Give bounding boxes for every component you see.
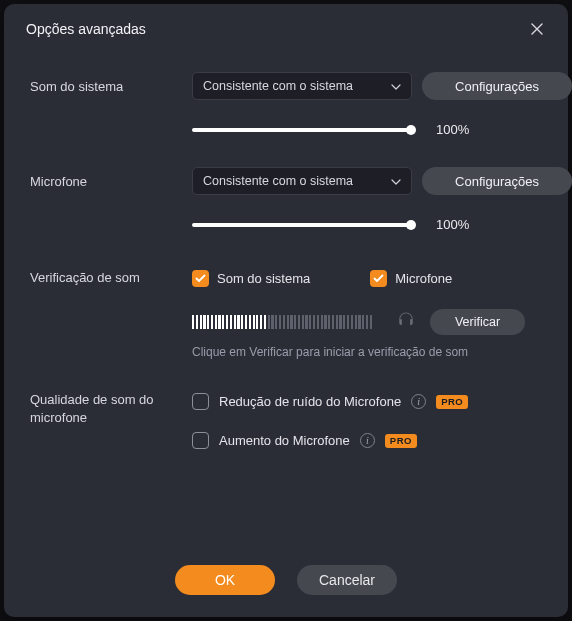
mic-quality-options: Redução de ruído do Microfone i PRO Aume… (192, 391, 542, 449)
close-icon[interactable] (526, 18, 548, 40)
mic-boost-checkbox[interactable] (192, 432, 209, 449)
mic-checkbox[interactable] (370, 270, 387, 287)
sound-check-row: Verificação de som Som do sistema Microf… (30, 270, 542, 287)
sound-check-hint-row: Clique em Verificar para iniciar a verif… (30, 345, 542, 359)
titlebar: Opções avançadas (4, 4, 568, 48)
sound-check-hint: Clique em Verificar para iniciar a verif… (192, 345, 542, 359)
system-sound-select[interactable]: Consistente com o sistema (192, 72, 412, 100)
noise-reduction-checkbox[interactable] (192, 393, 209, 410)
headphone-icon (396, 310, 416, 334)
microphone-select-value: Consistente com o sistema (203, 174, 353, 188)
system-sound-select-value: Consistente com o sistema (203, 79, 353, 93)
microphone-row: Microfone Consistente com o sistema Conf… (30, 167, 542, 195)
microphone-slider-row: 100% (30, 217, 542, 232)
dialog-content: Som do sistema Consistente com o sistema… (4, 48, 568, 557)
system-sound-checkbox-label: Som do sistema (217, 271, 310, 286)
system-sound-slider[interactable] (192, 128, 412, 132)
microphone-slider[interactable] (192, 223, 412, 227)
noise-reduction-label: Redução de ruído do Microfone (219, 394, 401, 409)
system-sound-slider-row: 100% (30, 122, 542, 137)
info-icon[interactable]: i (360, 433, 375, 448)
noise-reduction-option: Redução de ruído do Microfone i PRO (192, 393, 542, 410)
sound-meter-area: Verificar (192, 309, 542, 335)
info-icon[interactable]: i (411, 394, 426, 409)
system-sound-settings-button[interactable]: Configurações (422, 72, 572, 100)
chevron-down-icon (391, 174, 401, 188)
mic-checkbox-wrap: Microfone (370, 270, 452, 287)
mic-quality-row: Qualidade de som do microfone Redução de… (30, 391, 542, 449)
system-sound-checkbox-wrap: Som do sistema (192, 270, 310, 287)
system-sound-label: Som do sistema (30, 79, 182, 94)
microphone-slider-value: 100% (422, 217, 572, 232)
pro-badge: PRO (436, 395, 468, 409)
verify-button[interactable]: Verificar (430, 309, 525, 335)
mic-checkbox-label: Microfone (395, 271, 452, 286)
slider-knob[interactable] (406, 125, 416, 135)
advanced-options-dialog: Opções avançadas Som do sistema Consiste… (4, 4, 568, 617)
system-sound-row: Som do sistema Consistente com o sistema… (30, 72, 542, 100)
mic-boost-label: Aumento do Microfone (219, 433, 350, 448)
microphone-settings-button[interactable]: Configurações (422, 167, 572, 195)
mic-boost-option: Aumento do Microfone i PRO (192, 432, 542, 449)
slider-knob[interactable] (406, 220, 416, 230)
system-sound-checkbox[interactable] (192, 270, 209, 287)
sound-meter-row: Verificar (30, 309, 542, 335)
sound-level-meter (192, 314, 382, 330)
microphone-select[interactable]: Consistente com o sistema (192, 167, 412, 195)
dialog-title: Opções avançadas (26, 21, 146, 37)
microphone-label: Microfone (30, 174, 182, 189)
system-sound-slider-value: 100% (422, 122, 572, 137)
mic-quality-label: Qualidade de som do microfone (30, 391, 182, 426)
pro-badge: PRO (385, 434, 417, 448)
ok-button[interactable]: OK (175, 565, 275, 595)
chevron-down-icon (391, 79, 401, 93)
sound-check-label: Verificação de som (30, 270, 182, 287)
cancel-button[interactable]: Cancelar (297, 565, 397, 595)
dialog-footer: OK Cancelar (4, 557, 568, 617)
sound-check-options: Som do sistema Microfone (192, 270, 542, 287)
